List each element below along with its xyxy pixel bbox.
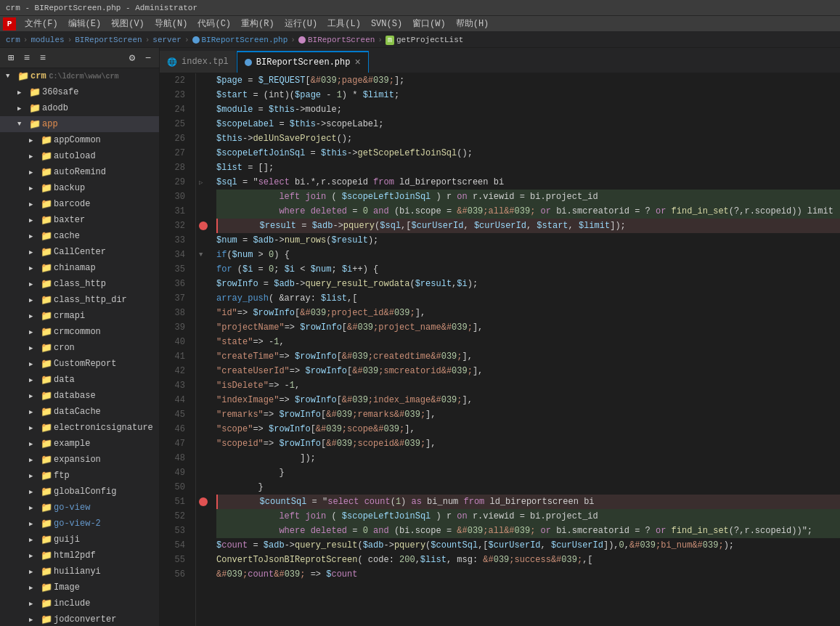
tree-example[interactable]: ▶ 📁 example [0,436,159,452]
breadcrumb-file[interactable]: BIReportScreen.php [192,36,288,44]
tree-image[interactable]: ▶ 📁 Image [0,580,159,595]
folder-icon-appcommon: 📁 [41,134,54,146]
tree-crmapi[interactable]: ▶ 📁 crmapi [0,308,159,324]
tree-datacache[interactable]: ▶ 📁 dataCache [0,404,159,420]
menu-help[interactable]: 帮助(H) [452,16,494,31]
menu-tools[interactable]: 工具(L) [323,16,365,31]
tree-globalconfig[interactable]: ▶ 📁 globalConfig [0,484,159,500]
tree-huilianyi[interactable]: ▶ 📁 huilianyi [0,564,159,580]
breadcrumb-crm[interactable]: crm [6,36,20,44]
tree-data[interactable]: ▶ 📁 data [0,372,159,388]
tree-chinamap[interactable]: ▶ 📁 chinamap [0,260,159,276]
tree-go-view-2[interactable]: ▶ 📁 go-view-2 [0,516,159,532]
tree-go-view[interactable]: ▶ 📁 go-view [0,500,159,516]
folder-icon-crmapi: 📁 [41,310,54,322]
label-callcenter: CallCenter [54,247,106,257]
code-content[interactable]: $page = $_REQUEST[&#039;page&#039;]; $st… [211,73,840,626]
tree-appcommon[interactable]: ▶ 📁 appCommon [0,132,159,148]
folder-icon-electronicsignature: 📁 [41,422,54,434]
label-data: data [54,375,75,385]
menu-edit[interactable]: 编辑(E) [64,16,106,31]
arrow-autoload: ▶ [29,153,41,160]
code-line-30: left join ( $scopeLeftJoinSql ) r on r.v… [216,190,840,204]
tree-autoload[interactable]: ▶ 📁 autoload [0,148,159,164]
sidebar-tool-grid[interactable]: ⊞ [4,52,17,65]
tab-close-bireportscreen[interactable]: × [354,57,360,68]
tree-autoremind[interactable]: ▶ 📁 autoRemind [0,164,159,180]
tree-adodb[interactable]: ▶ 📁 adodb [0,100,159,116]
tree-jodconverter[interactable]: ▶ 📁 jodconverter [0,611,159,626]
tree-360safe[interactable]: ▶ 📁 360safe [0,84,159,100]
breadcrumb-server[interactable]: server [152,36,182,44]
menu-window[interactable]: 窗口(W) [408,16,450,31]
line-numbers: 2223242526272829303132333435363738394041… [160,73,196,626]
tree-customreport[interactable]: ▶ 📁 CustomReport [0,356,159,372]
label-cron: cron [54,343,75,353]
code-line-33: $num = $adb->num_rows($result); [216,233,840,248]
code-line-43: "isDelete"=> -1, [216,378,840,393]
code-line-24: $module = $this->module; [216,102,840,117]
code-line-36: $rowInfo = $adb->query_result_rowdata($r… [216,277,840,291]
arrow-ftp: ▶ [29,472,41,480]
tab-bireportscreen[interactable]: BIReportScreen.php × [237,51,369,73]
code-line-55: ConvertToJsonBIReprotScreen( code: 200,$… [216,553,840,567]
arrow-crmapi: ▶ [29,312,41,320]
folder-icon-app: 📁 [29,118,42,130]
label-class-http: class_http [54,279,106,289]
breadcrumb-method[interactable]: mgetProjectList [386,36,463,44]
sidebar-tool-minus[interactable]: − [142,52,155,65]
tree-html2pdf[interactable]: ▶ 📁 html2pdf [0,548,159,564]
tree-class-http-dir[interactable]: ▶ 📁 class_http_dir [0,292,159,308]
label-customreport: CustomReport [54,359,116,369]
arrow-crmcommon: ▶ [29,328,41,336]
label-360safe: 360safe [42,87,78,97]
tree-callcenter[interactable]: ▶ 📁 CallCenter [0,244,159,260]
tab-label-bireportscreen: BIReportScreen.php [256,57,351,68]
folder-icon-adodb: 📁 [29,102,42,114]
tree-barcode[interactable]: ▶ 📁 barcode [0,196,159,212]
menu-bar: P 文件(F) 编辑(E) 视图(V) 导航(N) 代码(C) 重构(R) 运行… [0,16,840,32]
label-expansion: expansion [54,455,101,465]
label-backup: backup [54,183,85,193]
sidebar-tool-list1[interactable]: ≡ [20,52,33,65]
code-line-44: "indexImage"=> $rowInfo[&#039;index_imag… [216,393,840,407]
menu-file[interactable]: 文件(F) [20,16,62,31]
folder-icon-360safe: 📁 [29,86,42,98]
tree-electronicsignature[interactable]: ▶ 📁 electronicsignature [0,420,159,436]
tree-backup[interactable]: ▶ 📁 backup [0,180,159,196]
sidebar-tool-list2[interactable]: ≡ [36,52,49,65]
tree-root[interactable]: ▼ 📁 crm C:\ldcrm\www\crm [0,68,159,84]
sidebar-toolbar: ⊞ ≡ ≡ ⚙ − [0,48,159,68]
code-line-28: $list = []; [216,160,840,175]
label-example: example [54,439,90,449]
sidebar-tool-settings[interactable]: ⚙ [126,52,139,65]
menu-svn[interactable]: SVN(S) [367,17,407,31]
menu-run[interactable]: 运行(U) [280,16,322,31]
tab-index-tpl[interactable]: 🌐 index.tpl [160,51,237,73]
breadcrumb-modules[interactable]: modules [30,36,64,44]
folder-icon-customreport: 📁 [41,358,54,370]
code-line-50: } [216,480,840,495]
tree-ftp[interactable]: ▶ 📁 ftp [0,468,159,484]
tree-baxter[interactable]: ▶ 📁 baxter [0,212,159,228]
code-editor[interactable]: 2223242526272829303132333435363738394041… [160,73,840,626]
tree-database[interactable]: ▶ 📁 database [0,388,159,404]
folder-icon-data: 📁 [41,374,54,386]
tree-class-http[interactable]: ▶ 📁 class_http [0,276,159,292]
tree-cache[interactable]: ▶ 📁 cache [0,228,159,244]
menu-nav[interactable]: 导航(N) [150,16,192,31]
label-image: Image [54,582,80,593]
breadcrumb-class[interactable]: BIReportScreen [298,36,375,44]
menu-refactor[interactable]: 重构(R) [237,16,279,31]
tree-guiji[interactable]: ▶ 📁 guiji [0,532,159,548]
menu-view[interactable]: 视图(V) [107,16,149,31]
breadcrumb-bireportscreen[interactable]: BIReportScreen [75,36,142,44]
menu-code[interactable]: 代码(C) [193,16,235,31]
tree-app[interactable]: ▼ 📁 app [0,116,159,132]
tree-include[interactable]: ▶ 📁 include [0,595,159,611]
tree-cron[interactable]: ▶ 📁 cron [0,340,159,356]
arrow-include: ▶ [29,600,41,608]
tree-expansion[interactable]: ▶ 📁 expansion [0,452,159,468]
code-line-42: "createUserId"=> $rowInfo[&#039;smcreato… [216,364,840,378]
tree-crmcommon[interactable]: ▶ 📁 crmcommon [0,324,159,340]
